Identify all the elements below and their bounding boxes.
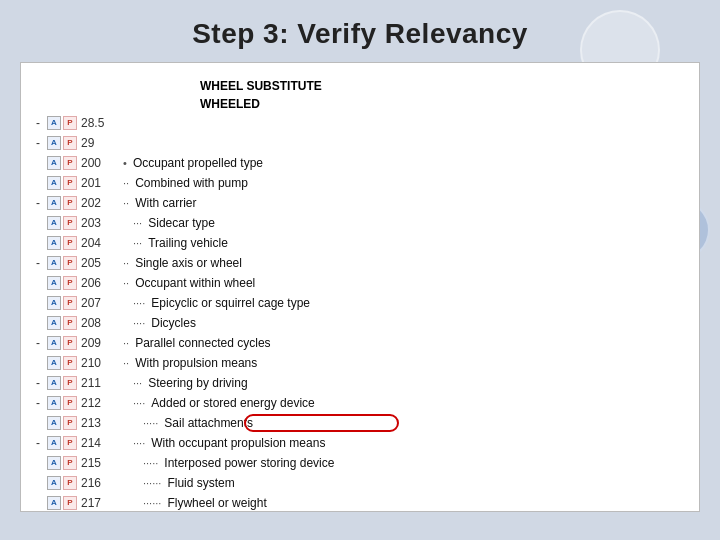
row-text: ··· Sidecar type	[113, 214, 691, 232]
row-icons: AP	[47, 336, 77, 350]
row-number: 209	[81, 334, 113, 352]
row-text: ·· Single axis or wheel	[113, 254, 691, 272]
row-dots: ····	[133, 317, 148, 329]
icon-a[interactable]: A	[47, 476, 61, 490]
row-number: 210	[81, 354, 113, 372]
icon-p[interactable]: P	[63, 176, 77, 190]
icon-p[interactable]: P	[63, 456, 77, 470]
row-number: 217	[81, 494, 113, 512]
icon-p[interactable]: P	[63, 236, 77, 250]
icon-p[interactable]: P	[63, 476, 77, 490]
table-row: -AP209·· Parallel connected cycles	[29, 333, 691, 353]
row-text: ··· Trailing vehicle	[113, 234, 691, 252]
row-icons: AP	[47, 476, 77, 490]
icon-p[interactable]: P	[63, 136, 77, 150]
row-dash: -	[29, 114, 47, 132]
row-icons: AP	[47, 156, 77, 170]
icon-p[interactable]: P	[63, 116, 77, 130]
table-row: -AP205·· Single axis or wheel	[29, 253, 691, 273]
row-text: ·· Combined with pump	[113, 174, 691, 192]
icon-a[interactable]: A	[47, 296, 61, 310]
icon-p[interactable]: P	[63, 356, 77, 370]
icon-a[interactable]: A	[47, 216, 61, 230]
icon-p[interactable]: P	[63, 216, 77, 230]
row-number: 205	[81, 254, 113, 272]
table-row: AP206·· Occupant within wheel	[29, 273, 691, 293]
data-rows: -AP28.5-AP29AP200• Occupant propelled ty…	[29, 113, 691, 512]
table-row: -AP202·· With carrier	[29, 193, 691, 213]
icon-p[interactable]: P	[63, 196, 77, 210]
icon-a[interactable]: A	[47, 416, 61, 430]
icon-a[interactable]: A	[47, 196, 61, 210]
icon-p[interactable]: P	[63, 336, 77, 350]
row-label: Parallel connected cycles	[135, 336, 270, 350]
row-number: 211	[81, 374, 113, 392]
row-label: Steering by driving	[148, 376, 247, 390]
icon-p[interactable]: P	[63, 396, 77, 410]
row-icons: AP	[47, 396, 77, 410]
row-number: 206	[81, 274, 113, 292]
icon-a[interactable]: A	[47, 436, 61, 450]
icon-a[interactable]: A	[47, 336, 61, 350]
row-number: 207	[81, 294, 113, 312]
row-number: 203	[81, 214, 113, 232]
icon-p[interactable]: P	[63, 156, 77, 170]
icon-a[interactable]: A	[47, 376, 61, 390]
row-dash: -	[29, 194, 47, 212]
icon-p[interactable]: P	[63, 276, 77, 290]
icon-p[interactable]: P	[63, 416, 77, 430]
table-area: WHEEL SUBSTITUTE WHEELED -AP28.5-AP29AP2…	[21, 73, 699, 512]
row-dash: -	[29, 374, 47, 392]
table-row: AP200• Occupant propelled type	[29, 153, 691, 173]
table-row: -AP214···· With occupant propulsion mean…	[29, 433, 691, 453]
table-row: AP207···· Epicyclic or squirrel cage typ…	[29, 293, 691, 313]
icon-a[interactable]: A	[47, 396, 61, 410]
icon-p[interactable]: P	[63, 256, 77, 270]
row-text: ·· Parallel connected cycles	[113, 334, 691, 352]
row-dots: ··	[123, 257, 132, 269]
table-row: AP204··· Trailing vehicle	[29, 233, 691, 253]
icon-a[interactable]: A	[47, 136, 61, 150]
icon-a[interactable]: A	[47, 236, 61, 250]
icon-a[interactable]: A	[47, 356, 61, 370]
section-header-row: WHEEL SUBSTITUTE	[29, 77, 691, 95]
row-number: 200	[81, 154, 113, 172]
icon-p[interactable]: P	[63, 296, 77, 310]
row-text: ······ Flywheel or weight	[113, 494, 691, 512]
icon-a[interactable]: A	[47, 496, 61, 510]
row-label: Sail attachments	[164, 416, 253, 430]
row-label: With propulsion means	[135, 356, 257, 370]
section-heading2: WHEELED	[115, 97, 260, 111]
table-row: AP203··· Sidecar type	[29, 213, 691, 233]
row-label: Occupant within wheel	[135, 276, 255, 290]
icon-p[interactable]: P	[63, 496, 77, 510]
table-row: AP213····· Sail attachments	[29, 413, 691, 433]
row-number: 204	[81, 234, 113, 252]
icon-a[interactable]: A	[47, 116, 61, 130]
row-dash: -	[29, 394, 47, 412]
row-dots: ······	[143, 497, 164, 509]
icon-a[interactable]: A	[47, 256, 61, 270]
row-icons: AP	[47, 316, 77, 330]
row-icons: AP	[47, 176, 77, 190]
row-label: Occupant propelled type	[133, 156, 263, 170]
row-text: ···· Added or stored energy device	[113, 394, 691, 412]
row-label: Added or stored energy device	[151, 396, 314, 410]
icon-a[interactable]: A	[47, 276, 61, 290]
icon-a[interactable]: A	[47, 176, 61, 190]
row-text: ·· Occupant within wheel	[113, 274, 691, 292]
row-icons: AP	[47, 416, 77, 430]
row-text: ·· With carrier	[113, 194, 691, 212]
row-number: 28.5	[81, 114, 113, 132]
icon-a[interactable]: A	[47, 316, 61, 330]
table-row: -AP28.5	[29, 113, 691, 133]
icon-p[interactable]: P	[63, 436, 77, 450]
row-text: ···· With occupant propulsion means	[113, 434, 691, 452]
table-row: AP210·· With propulsion means	[29, 353, 691, 373]
icon-p[interactable]: P	[63, 376, 77, 390]
icon-p[interactable]: P	[63, 316, 77, 330]
icon-a[interactable]: A	[47, 456, 61, 470]
row-dots: ·····	[143, 417, 161, 429]
icon-a[interactable]: A	[47, 156, 61, 170]
row-dots: ·····	[143, 457, 161, 469]
